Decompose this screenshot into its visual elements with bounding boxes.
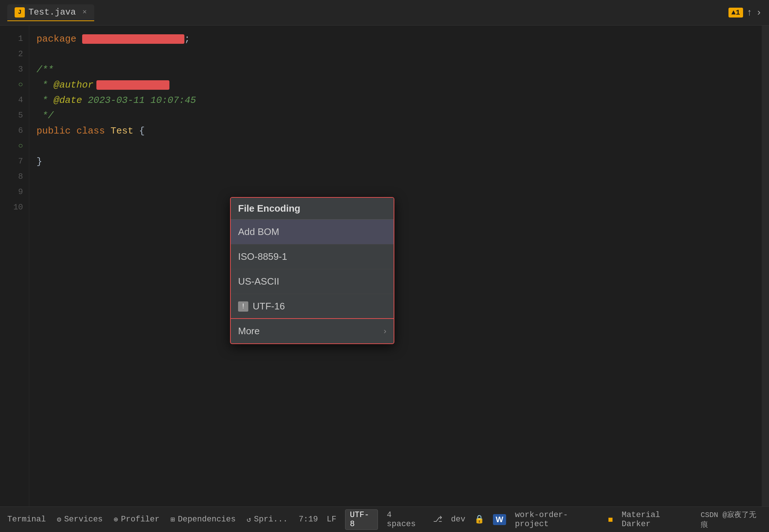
cursor-position: 7:19: [299, 515, 318, 524]
project-name[interactable]: work-order-project: [515, 510, 599, 529]
file-encoding-popup[interactable]: File Encoding Add BOM ISO-8859-1 US-ASCI…: [230, 197, 394, 344]
top-right-actions: ▲1 ↑ ›: [728, 7, 762, 18]
w-icon: W: [493, 514, 506, 525]
spring-label: Spri...: [254, 515, 288, 524]
code-line-10: [37, 169, 754, 185]
tab-filename: Test.java: [28, 7, 76, 17]
profiler-icon: ⊕: [114, 515, 118, 524]
popup-item-more[interactable]: More ›: [230, 318, 394, 344]
title-bar: J Test.java × ▲1 ↑ ›: [0, 0, 769, 26]
bottom-bar: Terminal ⚙ Services ⊕ Profiler ⊞ Depende…: [0, 506, 769, 532]
terminal-button[interactable]: Terminal: [7, 515, 46, 524]
theme-name[interactable]: Material Darker: [621, 510, 692, 529]
code-line-1: package ;: [37, 31, 754, 47]
theme-icon: ◼: [608, 514, 613, 524]
terminal-label: Terminal: [7, 515, 46, 524]
popup-item-usascii[interactable]: US-ASCII: [231, 269, 394, 294]
more-label: More: [238, 325, 260, 337]
code-line-9: }: [37, 154, 754, 169]
editor-tab[interactable]: J Test.java ×: [7, 4, 94, 21]
branch-icon: ⎇: [433, 514, 442, 524]
code-line-8: [37, 139, 754, 154]
status-bar: 7:19 LF UTF-8 4 spaces ⎇ dev 🔒 W work-or…: [299, 509, 762, 530]
profiler-button[interactable]: ⊕ Profiler: [114, 515, 160, 524]
iso-label: ISO-8859-1: [238, 251, 287, 262]
brand-label: CSDN @寂夜了无痕: [701, 510, 762, 529]
dependencies-button[interactable]: ⊞ Dependencies: [171, 515, 236, 524]
scrollbar[interactable]: [762, 26, 769, 506]
more-arrow-icon: ›: [384, 327, 386, 336]
spring-button[interactable]: ↺ Spri...: [246, 515, 287, 524]
line-numbers: 1 2 3 ○ 4 5 6 ○ 7 8 9 10: [0, 26, 29, 506]
utf16-label: UTF-16: [253, 301, 285, 312]
code-line-2: [37, 47, 754, 62]
indent-setting[interactable]: 4 spaces: [387, 510, 424, 529]
code-line-4: * @author: [37, 77, 754, 93]
dependencies-label: Dependencies: [178, 515, 236, 524]
services-button[interactable]: ⚙ Services: [57, 515, 103, 524]
java-file-icon: J: [15, 7, 25, 18]
popup-item-iso[interactable]: ISO-8859-1: [231, 244, 394, 269]
line-ending: LF: [327, 515, 336, 524]
services-label: Services: [64, 515, 103, 524]
profiler-label: Profiler: [121, 515, 160, 524]
branch-name[interactable]: dev: [451, 515, 466, 524]
tab-close-button[interactable]: ×: [83, 8, 87, 16]
add-bom-label: Add BOM: [238, 226, 279, 238]
code-line-3: /**: [37, 62, 754, 77]
more-icon[interactable]: ›: [756, 7, 762, 18]
lock-icon: 🔒: [474, 514, 484, 524]
navigate-up-icon[interactable]: ↑: [747, 7, 753, 18]
code-line-6: */: [37, 108, 754, 123]
code-line-5: * @date 2023-03-11 10:07:45: [37, 93, 754, 108]
warning-badge[interactable]: ▲1: [728, 8, 743, 18]
encoding-button[interactable]: UTF-8: [345, 509, 378, 530]
spring-icon: ↺: [246, 515, 251, 524]
popup-title: File Encoding: [231, 198, 394, 220]
code-editor[interactable]: package ; /** * @author * @date 2023-03-…: [29, 26, 762, 506]
dependencies-icon: ⊞: [171, 515, 175, 524]
utf16-warning-icon: !: [238, 301, 248, 312]
services-icon: ⚙: [57, 515, 61, 524]
popup-item-utf16[interactable]: ! UTF-16: [231, 294, 394, 319]
usascii-label: US-ASCII: [238, 276, 279, 287]
code-line-7: public class Test {: [37, 123, 754, 139]
popup-item-add-bom[interactable]: Add BOM: [231, 220, 394, 244]
